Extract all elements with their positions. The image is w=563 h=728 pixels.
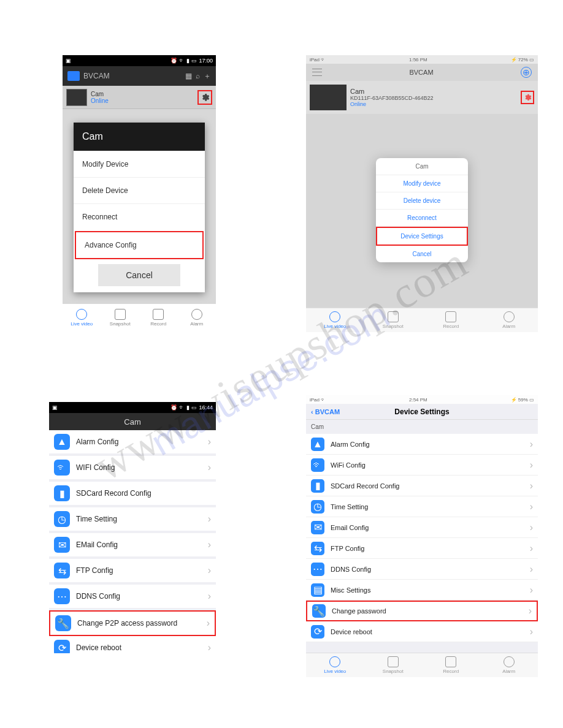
status-notification-icon: ▣ xyxy=(66,58,71,64)
tab-snapshot[interactable]: Snapshot xyxy=(101,304,140,331)
tab-record[interactable]: Record xyxy=(139,304,178,331)
battery-percent: 59% xyxy=(518,397,528,403)
email-config-row[interactable]: ✉Email Config› xyxy=(306,517,538,538)
app-logo-icon xyxy=(67,71,80,81)
camera-list-row[interactable]: Cam KD111F-63AF308B55CD-464B22 Online xyxy=(306,81,538,114)
camera-settings-button[interactable] xyxy=(197,90,212,105)
chevron-right-icon: › xyxy=(530,564,533,575)
time-setting-row[interactable]: ◷Time Setting› xyxy=(306,496,538,517)
camera-settings-button[interactable] xyxy=(521,91,534,104)
bluetooth-icon: ⚡ xyxy=(511,57,517,63)
key-icon: 🔧 xyxy=(312,604,326,618)
sdcard-config-row[interactable]: ▮ SDCard Record Config xyxy=(49,482,216,507)
clock-icon: ◷ xyxy=(311,500,324,514)
tab-live-video[interactable]: Live video xyxy=(306,653,364,677)
ftp-config-row[interactable]: ⇆ FTP Config › xyxy=(49,559,216,585)
back-button[interactable]: ‹ BVCAM xyxy=(311,408,340,415)
clock-icon: ◷ xyxy=(54,511,70,527)
time-setting-row[interactable]: ◷ Time Setting › xyxy=(49,507,216,533)
sdcard-config-row[interactable]: ▮SDCard Record Config› xyxy=(306,476,538,496)
settings-icon: ▤ xyxy=(311,583,324,597)
change-password-row[interactable]: 🔧 Change P2P access password › xyxy=(49,610,216,636)
ftp-config-row[interactable]: ⇆FTP Config› xyxy=(306,538,538,559)
tab-record[interactable]: Record xyxy=(422,653,480,677)
device-reboot-row[interactable]: ⟳ Device reboot › xyxy=(49,636,216,653)
ddns-config-row[interactable]: ⋯ DDNS Config › xyxy=(49,585,216,610)
android-status-bar: ▣ ⏰ ᯤ ▮ ▭ 16:44 xyxy=(49,402,216,413)
cancel-option[interactable]: Cancel xyxy=(376,246,468,262)
battery-icon: ▭ xyxy=(191,58,197,64)
device-settings-option[interactable]: Device Settings xyxy=(376,227,468,246)
reconnect-option[interactable]: Reconnect xyxy=(376,210,468,227)
reconnect-option[interactable]: Reconnect xyxy=(74,203,205,230)
chevron-right-icon: › xyxy=(208,539,211,550)
ddns-icon: ⋯ xyxy=(54,588,70,604)
chevron-right-icon: › xyxy=(530,585,533,596)
sdcard-icon: ▮ xyxy=(54,485,70,501)
tab-alarm[interactable]: Alarm xyxy=(178,304,216,331)
wifi-icon: ᯤ xyxy=(179,58,185,64)
document-page: www.wiseupshop.com manualpse.com ▣ ⏰ ᯤ ▮… xyxy=(0,0,563,728)
chevron-right-icon: › xyxy=(530,480,533,491)
misc-settings-row[interactable]: ▤Misc Settings› xyxy=(306,580,538,601)
ddns-config-row[interactable]: ⋯DDNS Config› xyxy=(306,559,538,580)
image-icon xyxy=(388,656,399,667)
change-password-row[interactable]: 🔧Change password› xyxy=(306,601,538,621)
modify-device-option[interactable]: Modify device xyxy=(376,175,468,192)
delete-device-option[interactable]: Delete device xyxy=(376,192,468,210)
alarm-clock-icon: ⏰ xyxy=(170,58,177,64)
video-icon xyxy=(76,309,87,320)
chevron-right-icon: › xyxy=(530,501,533,512)
add-icon[interactable]: ＋ xyxy=(204,71,211,82)
gear-icon xyxy=(523,93,532,102)
warning-icon: ▲ xyxy=(311,438,324,451)
bottom-tab-bar: Live video Snapshot Record Alarm xyxy=(306,653,538,677)
wifi-icon: ᯤ xyxy=(321,397,326,403)
chevron-right-icon: › xyxy=(208,642,211,653)
delete-device-option[interactable]: Delete Device xyxy=(74,177,205,203)
signal-icon: ▮ xyxy=(186,404,190,411)
reboot-icon: ⟳ xyxy=(311,625,324,639)
chevron-right-icon: › xyxy=(530,543,533,554)
email-config-row[interactable]: ✉ EMail Config › xyxy=(49,533,216,559)
image-icon xyxy=(115,309,126,320)
dialog-title: Cam xyxy=(74,123,205,151)
bottom-tab-bar: Live video Snapshot Record Alarm xyxy=(306,308,538,332)
tab-live-video[interactable]: Live video xyxy=(63,304,101,331)
menu-icon[interactable] xyxy=(312,69,322,76)
tab-alarm[interactable]: Alarm xyxy=(480,308,538,332)
chevron-right-icon: › xyxy=(208,462,211,473)
modify-device-option[interactable]: Modify Device xyxy=(74,151,205,177)
tab-snapshot[interactable]: Snapshot xyxy=(364,308,423,332)
grid-view-icon[interactable]: ▦ xyxy=(185,72,192,80)
wifi-icon: ᯤ xyxy=(311,458,324,472)
image-icon xyxy=(388,311,399,322)
device-reboot-row[interactable]: ⟳Device reboot› xyxy=(306,621,538,642)
wifi-config-row[interactable]: ᯤWiFi Config› xyxy=(306,455,538,476)
ipad-status-bar: iPad ᯤ 1:56 PM ⚡ 72% ▭ xyxy=(306,55,538,64)
tab-alarm[interactable]: Alarm xyxy=(480,653,538,677)
alarm-config-row[interactable]: ▲Alarm Config› xyxy=(306,434,538,455)
camera-name: Cam xyxy=(91,91,197,97)
wifi-icon: ᯤ xyxy=(321,57,326,63)
cancel-button[interactable]: Cancel xyxy=(98,264,180,286)
sdcard-icon: ▮ xyxy=(311,479,324,493)
wifi-config-row[interactable]: ᯤ WIFI Config › xyxy=(49,456,216,482)
chevron-right-icon: › xyxy=(208,436,211,447)
wifi-icon: ᯤ xyxy=(54,460,70,476)
search-icon[interactable]: ⌕ xyxy=(196,72,200,80)
screenshot-android-main: ▣ ⏰ ᯤ ▮ ▭ 17:00 BVCAM ▦ ⌕ ＋ Cam Online xyxy=(63,55,216,331)
camera-list-row[interactable]: Cam Online xyxy=(63,86,216,109)
alert-icon xyxy=(191,309,202,320)
alarm-config-row[interactable]: ▲ Alarm Config › xyxy=(49,430,216,456)
android-status-bar: ▣ ⏰ ᯤ ▮ ▭ 17:00 xyxy=(63,55,216,66)
signal-icon: ▮ xyxy=(186,58,190,64)
chevron-right-icon: › xyxy=(530,522,533,533)
video-icon xyxy=(329,656,340,667)
tab-live-video[interactable]: Live video xyxy=(306,308,364,332)
video-icon xyxy=(329,311,340,322)
advance-config-option[interactable]: Advance Config xyxy=(75,231,204,259)
tab-record[interactable]: Record xyxy=(422,308,480,332)
tab-snapshot[interactable]: Snapshot xyxy=(364,653,423,677)
add-camera-button[interactable]: ⊕ xyxy=(521,67,532,78)
